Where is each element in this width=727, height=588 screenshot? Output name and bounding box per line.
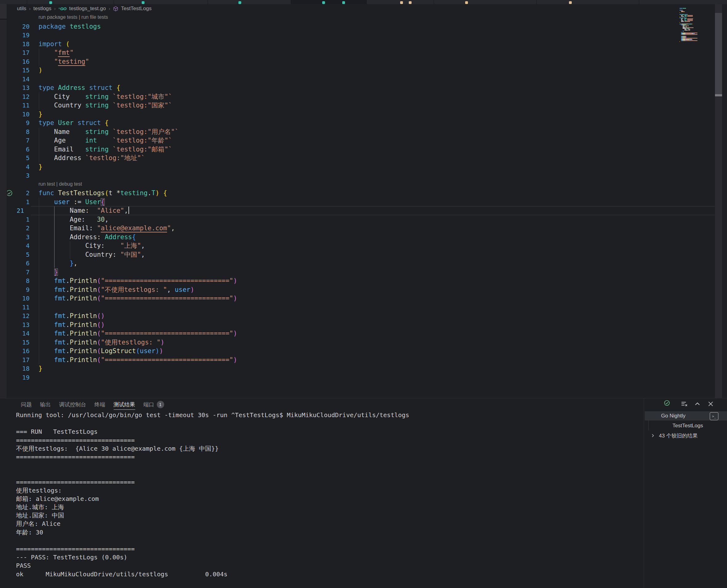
tab-file-icon bbox=[465, 1, 468, 4]
output-line: ok MikuMikuCloudDrive/utils/testlogs 0.0… bbox=[16, 570, 409, 579]
output-line: 地址.国家: 中国 bbox=[16, 511, 409, 520]
output-line: ================================ bbox=[16, 436, 409, 444]
editor-tab[interactable] bbox=[208, 0, 291, 4]
code-line[interactable]: 6 Email string `testlog:"邮箱"` bbox=[0, 145, 715, 154]
editor-tab[interactable] bbox=[434, 0, 536, 4]
code-line[interactable]: 21 Name: "Alice", bbox=[0, 206, 715, 215]
panel-tab-终端[interactable]: 终端 bbox=[95, 401, 105, 408]
output-line bbox=[16, 469, 409, 478]
code-line[interactable]: 6 }, bbox=[0, 259, 715, 268]
code-line[interactable]: 11 bbox=[0, 303, 715, 312]
code-line[interactable]: 3 Address: Address{ bbox=[0, 233, 715, 241]
codelens-actions[interactable]: run package tests | run file tests bbox=[0, 13, 715, 22]
code-line[interactable]: 4 City: "上海", bbox=[0, 241, 715, 250]
terminal-icon[interactable]: >_ bbox=[710, 412, 719, 420]
code-line[interactable]: 18import ( bbox=[0, 40, 715, 49]
bottom-panel: 问题输出调试控制台终端测试结果端口1 Running tool: /usr/lo… bbox=[0, 398, 727, 588]
scrollbar-thumb[interactable] bbox=[715, 13, 722, 96]
older-results-item[interactable]: 43 个较旧的结果 bbox=[644, 431, 727, 440]
code-line[interactable]: 10} bbox=[0, 110, 715, 119]
panel-tab-问题[interactable]: 问题 bbox=[21, 401, 32, 408]
breadcrumb-file[interactable]: testlogs_test.go bbox=[69, 5, 106, 12]
line-number: 21 bbox=[17, 206, 24, 215]
editor-tab[interactable] bbox=[27, 0, 114, 4]
code-line[interactable]: 8 Name string `testlog:"用户名"` bbox=[0, 127, 715, 136]
output-line: ================================ bbox=[16, 545, 409, 553]
editor-tab[interactable] bbox=[291, 0, 366, 4]
code-line[interactable]: 1 Age: 30, bbox=[0, 215, 715, 224]
code-line[interactable]: 19 bbox=[0, 31, 715, 40]
code-line[interactable]: 12 fmt.Println() bbox=[0, 312, 715, 320]
codelens-actions[interactable]: run test | debug test bbox=[0, 180, 715, 189]
editor-tab[interactable] bbox=[114, 0, 208, 4]
tab-file-icon bbox=[322, 1, 325, 4]
tab-file-icon bbox=[49, 1, 52, 4]
output-line: 不使用testlogs: {Alice 30 alice@example.com… bbox=[16, 444, 409, 453]
test-name-label: TestTestLogs bbox=[672, 423, 703, 429]
code-line[interactable]: 14 fmt.Println("========================… bbox=[0, 329, 715, 338]
editor-tab[interactable] bbox=[0, 0, 27, 4]
test-result-item[interactable]: TestTestLogs bbox=[644, 421, 727, 430]
breadcrumb-separator: › bbox=[54, 6, 56, 11]
code-line[interactable]: 2func TestTestLogs(t *testing.T) { bbox=[0, 189, 715, 198]
code-line[interactable]: 20package testlogs bbox=[0, 22, 715, 31]
output-line: 用户名: Alice bbox=[16, 520, 409, 528]
code-line[interactable]: 3 bbox=[0, 171, 715, 180]
editor-tab[interactable] bbox=[537, 0, 639, 4]
panel-tab-端口[interactable]: 端口1 bbox=[144, 401, 164, 408]
code-line[interactable]: 15) bbox=[0, 66, 715, 75]
panel-tab-测试结果[interactable]: 测试结果 bbox=[114, 401, 135, 408]
editor-scrollbar[interactable] bbox=[715, 4, 722, 398]
text-cursor bbox=[128, 207, 129, 214]
tab-file-icon bbox=[569, 1, 572, 4]
code-line[interactable]: 5 Country: "中国", bbox=[0, 250, 715, 259]
panel-tabs: 问题输出调试控制台终端测试结果端口1 bbox=[21, 399, 164, 410]
code-line[interactable]: 15 fmt.Println("使用testlogs: ") bbox=[0, 338, 715, 347]
breadcrumb-folder-testlogs[interactable]: testlogs bbox=[33, 5, 52, 12]
editor-tab-strip bbox=[0, 0, 727, 4]
output-line: 地址.城市: 上海 bbox=[16, 503, 409, 511]
code-line[interactable]: 4} bbox=[0, 163, 715, 171]
code-line[interactable]: 13 fmt.Println() bbox=[0, 320, 715, 330]
code-line[interactable]: 13type Address struct { bbox=[0, 83, 715, 92]
codelens-label[interactable]: run package tests | run file tests bbox=[39, 13, 108, 21]
breadcrumb-folder-utils[interactable]: utils bbox=[17, 5, 26, 12]
code-editor[interactable]: run package tests | run file tests20pack… bbox=[0, 13, 715, 382]
code-line[interactable]: 16 "testing" bbox=[0, 57, 715, 66]
tab-file-icon bbox=[400, 1, 403, 4]
panel-tab-调试控制台[interactable]: 调试控制台 bbox=[59, 401, 86, 408]
code-line[interactable]: 17 fmt.Println("========================… bbox=[0, 356, 715, 364]
code-line[interactable]: 5 Address `testlog:"地址"` bbox=[0, 154, 715, 163]
code-line[interactable]: 9type User struct { bbox=[0, 119, 715, 127]
code-line[interactable]: 7 } bbox=[0, 268, 715, 277]
code-line[interactable]: 17 "fmt" bbox=[0, 48, 715, 57]
code-line[interactable]: 1 user := User{ bbox=[0, 198, 715, 207]
output-line: PASS bbox=[16, 562, 409, 570]
code-line[interactable]: 7 Age int `testlog:"年龄"` bbox=[0, 136, 715, 145]
tab-file-icon bbox=[342, 1, 345, 4]
code-line[interactable]: 11 Country string `testlog:"国家"` bbox=[0, 101, 715, 110]
code-line[interactable]: 18} bbox=[0, 364, 715, 373]
code-line[interactable]: 9 fmt.Println("不使用testlogs: ", user) bbox=[0, 286, 715, 294]
test-results-tree: Go Nightly >_ TestTestLogs 43 个较旧的结果 bbox=[644, 398, 727, 588]
codelens-label[interactable]: run test | debug test bbox=[39, 180, 82, 188]
panel-tab-输出[interactable]: 输出 bbox=[40, 401, 51, 408]
ports-badge: 1 bbox=[157, 401, 164, 408]
tab-file-icon bbox=[142, 1, 144, 4]
breadcrumb: utils › testlogs › ≡GO testlogs_test.go … bbox=[17, 4, 152, 13]
code-line[interactable]: 8 fmt.Println("=========================… bbox=[0, 276, 715, 286]
editor-tab[interactable] bbox=[639, 0, 727, 4]
breadcrumb-symbol[interactable]: TestTestLogs bbox=[121, 5, 152, 12]
output-lines: Running tool: /usr/local/go/bin/go test … bbox=[16, 411, 409, 579]
output-line: ================================ bbox=[16, 453, 409, 461]
test-run-profile-row[interactable]: Go Nightly >_ bbox=[645, 411, 727, 421]
code-line[interactable]: 16 fmt.Println(LogStruct(user)) bbox=[0, 346, 715, 356]
minimap[interactable] bbox=[680, 8, 698, 43]
code-line[interactable]: 2 Email: "alice@example.com", bbox=[0, 224, 715, 233]
code-line[interactable]: 12 City string `testlog:"城市"` bbox=[0, 92, 715, 101]
code-line[interactable]: 19 bbox=[0, 373, 715, 382]
code-line[interactable]: 10 fmt.Println("========================… bbox=[0, 294, 715, 303]
output-line bbox=[16, 461, 409, 469]
older-results-label: 43 个较旧的结果 bbox=[659, 432, 698, 439]
code-line[interactable]: 14 bbox=[0, 75, 715, 84]
